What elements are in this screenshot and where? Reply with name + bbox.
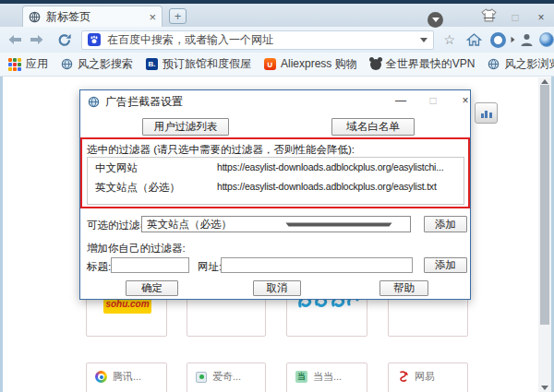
refresh-button[interactable] [57, 33, 72, 47]
selected-filters-label: 选中的过滤器 (请只选中需要的过滤器，否则性能会降低): [87, 143, 355, 157]
speed-dial-tile-dangdang[interactable]: 当当当... [286, 362, 367, 392]
globe-icon [488, 58, 500, 70]
bars-icon [485, 111, 488, 118]
bars-icon [481, 113, 484, 118]
vpn-bear-icon [370, 59, 381, 70]
filter-name: 中文网站 [95, 161, 217, 175]
scrollbar-thumb[interactable] [540, 85, 549, 325]
window-maximize-button[interactable]: □ [502, 11, 528, 24]
scroll-up-icon[interactable] [541, 79, 548, 84]
window-controls: — □ × [476, 7, 554, 28]
selected-filters-listbox[interactable]: 中文网站 https://easylist-downloads.adblockp… [87, 157, 464, 205]
bookmark-label: 风之影浏览器主页 [504, 56, 554, 72]
adblock-ring-icon[interactable] [490, 32, 506, 48]
dialog-maximize-button[interactable]: □ [426, 94, 440, 107]
filter-name: 英文站点（必选） [95, 181, 217, 195]
booking-icon: B. [146, 58, 158, 70]
window-left-edge [0, 77, 3, 392]
aliexpress-icon: ∪ [264, 58, 276, 70]
window-close-button[interactable]: × [528, 11, 554, 24]
combo-caret-icon [285, 222, 391, 226]
forward-button[interactable] [30, 34, 44, 45]
tab-title: 新标签页 [46, 9, 143, 25]
title-input[interactable] [111, 257, 189, 273]
apps-grid-icon [8, 58, 21, 71]
tile-label: 腾讯... [113, 370, 141, 384]
bookmark-label: 应用 [26, 56, 48, 72]
bookmark-star-icon[interactable]: ☆ [443, 33, 455, 46]
scroll-down-icon[interactable] [541, 386, 548, 390]
add-custom-filter-button[interactable]: 添加 [424, 257, 467, 273]
filter-row[interactable]: 英文站点（必选） https://easylist-downloads.adbl… [88, 177, 464, 196]
address-dropdown-icon[interactable] [420, 38, 428, 42]
iqiyi-icon [196, 372, 207, 383]
settings-gear-icon[interactable] [539, 32, 554, 47]
netease-icon [397, 371, 409, 383]
back-button[interactable] [7, 34, 22, 45]
filter-row[interactable]: 中文网站 https://easylist-downloads.adblockp… [88, 158, 464, 177]
chevron-down-icon [432, 18, 440, 22]
address-bar[interactable]: 在百度中搜索，或者输入一个网址 [81, 30, 434, 50]
globe-icon [61, 58, 73, 70]
url-input[interactable] [221, 257, 413, 273]
bookmark-apps[interactable]: 应用 [8, 56, 48, 72]
dangdang-icon: 当 [295, 371, 307, 383]
adblocker-settings-dialog: 广告拦截器设置 — □ × 用户过滤列表 域名白名单 选中的过滤器 (请只选中需… [79, 89, 471, 300]
bookmark-homepage[interactable]: 风之影浏览器主页 [488, 56, 554, 72]
expand-icons-arrow[interactable] [511, 36, 515, 43]
speed-dial-tile-iqiyi[interactable]: 爱奇... [187, 362, 266, 392]
bookmark-vpn[interactable]: 全世界最快的VPN [370, 56, 476, 72]
add-optional-filter-button[interactable]: 添加 [424, 216, 467, 232]
bars-icon [489, 113, 492, 118]
sidebar-float-button[interactable] [475, 102, 498, 124]
dialog-globe-icon [88, 96, 100, 108]
address-bar-text: 在百度中搜索，或者输入一个网址 [107, 32, 414, 48]
page-scrollbar[interactable] [538, 77, 551, 392]
bookmark-aliexpress[interactable]: ∪ Aliexpress 购物 [264, 56, 357, 72]
tile-label: 当当... [313, 370, 342, 384]
tab-bar: 新标签页 × + — □ × [0, 4, 554, 27]
url-field-label: 网址: [198, 260, 222, 274]
dialog-title: 广告拦截器设置 [105, 94, 183, 110]
dialog-minimize-button[interactable]: — [393, 94, 408, 107]
window-minimize-button[interactable]: — [476, 11, 502, 24]
toolbar-toggle-button[interactable] [428, 12, 443, 28]
tab-close-icon[interactable]: × [149, 11, 156, 23]
bookmark-label: 全世界最快的VPN [386, 56, 476, 72]
optional-filter-selected-value: 英文站点（必选） [147, 218, 272, 232]
bookmark-booking[interactable]: B. 预订旅馆和度假屋 [146, 56, 251, 72]
dialog-titlebar[interactable]: 广告拦截器设置 — □ × [80, 90, 470, 113]
tencent-icon [95, 371, 107, 383]
cancel-button[interactable]: 取消 [253, 280, 301, 296]
domain-whitelist-button[interactable]: 域名白名单 [331, 118, 415, 136]
bookmark-label: 预订旅馆和度假屋 [163, 56, 251, 72]
dialog-close-button[interactable]: × [458, 94, 473, 107]
bookmark-label: 风之影搜索 [78, 56, 133, 72]
speed-dial-tile-netease[interactable]: 网易 [388, 362, 468, 392]
tab-new-tab-page[interactable]: 新标签页 × [22, 6, 163, 27]
navigation-toolbar: 在百度中搜索，或者输入一个网址 ☆ [0, 27, 554, 53]
help-button[interactable]: 帮助 [379, 280, 428, 296]
bookmarks-bar: 应用 风之影搜索 B. 预订旅馆和度假屋 ∪ Aliexpress 购物 全世界… [0, 53, 554, 77]
browser-window: 新标签页 × + — □ × 在百度中搜索，或者输入一个网址 [0, 0, 554, 392]
ok-button[interactable]: 确定 [126, 280, 178, 296]
user-filter-list-button[interactable]: 用户过滤列表 [142, 118, 229, 136]
speed-dial-tile-tencent[interactable]: 腾讯... [86, 362, 167, 392]
home-button[interactable] [466, 32, 482, 47]
bookmark-search[interactable]: 风之影搜索 [61, 56, 133, 72]
optional-filter-select[interactable]: 英文站点（必选） [141, 216, 411, 232]
filter-url: https://easylist-downloads.adblockplus.o… [217, 181, 456, 195]
baidu-search-icon [88, 33, 101, 46]
custom-filter-label: 增加你自己的过滤器: [87, 242, 186, 255]
user-profile-icon[interactable] [519, 32, 535, 47]
title-field-label: 标题: [87, 260, 111, 274]
tile-label: 爱奇... [212, 370, 241, 384]
filter-url: https://easylist-downloads.adblockplus.o… [217, 161, 456, 175]
new-tab-button[interactable]: + [169, 8, 187, 24]
bookmark-label: Aliexpress 购物 [281, 56, 357, 72]
globe-favicon-icon [29, 11, 41, 23]
tile-label: 网易 [415, 370, 435, 384]
